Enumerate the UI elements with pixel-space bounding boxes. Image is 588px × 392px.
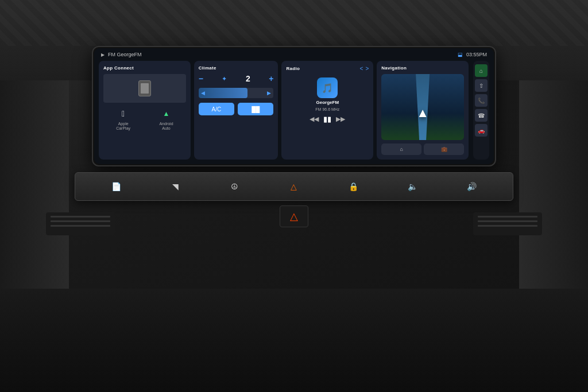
radio-prev-button[interactable]: < bbox=[360, 65, 363, 72]
app-connect-buttons:  AppleCarPlay ▲ AndroidAuto bbox=[103, 107, 186, 130]
apple-carplay-icon:  bbox=[122, 109, 125, 118]
seat-massage-icon: ☮ bbox=[231, 182, 238, 191]
climate-action-buttons: A/C ██ bbox=[199, 103, 274, 115]
climate-widget: Climate − ✦ 2 + ◀ ▶ bbox=[194, 61, 278, 160]
fan-icon: ✦ bbox=[222, 75, 227, 83]
radio-play-pause-button[interactable]: ▮▮ bbox=[323, 115, 331, 123]
left-air-vent bbox=[46, 212, 115, 235]
radio-widget: Radio < > 🎵 GeorgeFM FM 96.6 bbox=[281, 61, 373, 160]
clock-time: 03:55PM bbox=[466, 52, 487, 57]
android-auto-label: AndroidAuto bbox=[159, 122, 173, 130]
vent-slat bbox=[478, 225, 537, 227]
navigation-widget: Navigation ▲ ⌂ 💼 bbox=[377, 61, 469, 160]
airflow-slider[interactable]: ◀ ▶ bbox=[199, 88, 274, 98]
sidebar-call-icon: ☎ bbox=[478, 112, 485, 119]
nav-work-icon: 💼 bbox=[441, 146, 447, 152]
navigation-title: Navigation bbox=[381, 65, 464, 71]
radio-frequency-text: FM 96.6 MHz bbox=[286, 107, 369, 111]
sidebar-phone-button[interactable]: 📞 bbox=[475, 94, 488, 107]
radio-playback-controls: ◀◀ ▮▮ ▶▶ bbox=[286, 115, 369, 123]
nav-home-button[interactable]: ⌂ bbox=[381, 143, 421, 155]
sidebar-home-button[interactable]: ⌂ bbox=[475, 64, 488, 77]
ac-icon: A/C bbox=[212, 106, 222, 112]
hazard-off-icon: △ bbox=[291, 182, 297, 191]
app-connect-widget: App Connect  AppleCarPlay bbox=[99, 61, 191, 160]
apple-icon-container:  bbox=[117, 107, 130, 120]
infotainment-bezel: ▶ FM GeorgeFM ⬓ 03:55PM App Connect bbox=[92, 46, 496, 166]
sidebar-car-button[interactable]: 🚗 bbox=[475, 124, 488, 137]
navigation-map[interactable]: ▲ bbox=[381, 74, 464, 140]
right-air-vent bbox=[473, 212, 542, 235]
fan-mode-button[interactable]: ██ bbox=[238, 103, 273, 115]
android-icon-container: ▲ bbox=[160, 107, 173, 120]
vol-down-icon: 🔈 bbox=[408, 182, 417, 191]
app-connect-title: App Connect bbox=[103, 65, 186, 71]
car-interior: ▶ FM GeorgeFM ⬓ 03:55PM App Connect bbox=[0, 0, 588, 392]
radio-next-button[interactable]: > bbox=[365, 65, 369, 72]
nav-home-icon: ⌂ bbox=[400, 146, 403, 152]
status-left: ▶ FM GeorgeFM bbox=[101, 52, 142, 57]
vent-slat bbox=[478, 216, 537, 218]
seat-heat-button[interactable]: 📄 bbox=[108, 178, 125, 195]
right-sidebar: ⌂ ⇧ 📞 ☎ 🚗 bbox=[473, 61, 489, 160]
sidebar-nav-icon: ⇧ bbox=[479, 83, 483, 89]
radio-title: Radio bbox=[286, 66, 300, 71]
sidebar-phone-icon: 📞 bbox=[478, 98, 485, 104]
vent-slat bbox=[478, 220, 537, 222]
seat-cool-button[interactable]: ◥ bbox=[167, 178, 184, 195]
right-vent-slats bbox=[473, 212, 542, 230]
radio-skip-forward-button[interactable]: ▶▶ bbox=[336, 115, 345, 123]
seat-massage-button[interactable]: ☮ bbox=[226, 178, 243, 195]
airflow-right-arrow: ▶ bbox=[267, 90, 271, 96]
lock-button[interactable]: 🔒 bbox=[345, 178, 362, 195]
vol-up-icon: 🔊 bbox=[467, 182, 477, 191]
main-content: App Connect  AppleCarPlay bbox=[94, 61, 494, 164]
radio-wave-symbol: 🎵 bbox=[322, 83, 333, 94]
sidebar-call-button[interactable]: ☎ bbox=[475, 109, 488, 122]
vent-slat bbox=[51, 220, 110, 222]
apple-carplay-label: AppleCarPlay bbox=[116, 122, 130, 130]
apple-carplay-button[interactable]:  AppleCarPlay bbox=[116, 107, 130, 130]
hazard-triangle-icon: △ bbox=[290, 210, 298, 223]
nav-shortcuts: ⌂ 💼 bbox=[381, 143, 464, 155]
nav-work-button[interactable]: 💼 bbox=[424, 143, 464, 155]
play-indicator: ▶ bbox=[101, 52, 105, 57]
airflow-left-arrow: ◀ bbox=[201, 90, 205, 96]
vent-slat bbox=[51, 225, 110, 227]
phone-screen-icon bbox=[138, 80, 151, 96]
lock-icon: 🔒 bbox=[349, 182, 358, 191]
hazard-button[interactable]: △ bbox=[280, 205, 308, 227]
seat-heat-icon: 📄 bbox=[111, 182, 121, 191]
radio-nav-controls: < > bbox=[360, 65, 369, 72]
left-vent-slats bbox=[46, 212, 115, 230]
status-bar: ▶ FM GeorgeFM ⬓ 03:55PM bbox=[94, 48, 494, 61]
radio-app-icon[interactable]: 🎵 bbox=[317, 77, 338, 98]
vol-up-button[interactable]: 🔊 bbox=[463, 178, 480, 195]
radio-skip-back-button[interactable]: ◀◀ bbox=[310, 115, 319, 123]
temp-plus-button[interactable]: + bbox=[269, 74, 273, 83]
sidebar-home-icon: ⌂ bbox=[479, 68, 483, 74]
android-auto-button[interactable]: ▲ AndroidAuto bbox=[159, 107, 173, 130]
vent-slat bbox=[51, 216, 110, 218]
infotainment-screen: ▶ FM GeorgeFM ⬓ 03:55PM App Connect bbox=[94, 48, 494, 164]
ac-button[interactable]: A/C bbox=[199, 103, 234, 115]
airflow-fill bbox=[199, 88, 247, 98]
sidebar-nav-button[interactable]: ⇧ bbox=[475, 79, 488, 92]
phone-display bbox=[141, 83, 149, 94]
climate-title: Climate bbox=[199, 65, 274, 71]
floor-area bbox=[0, 289, 588, 392]
hazard-off-button[interactable]: △ bbox=[285, 178, 303, 195]
temp-minus-button[interactable]: − bbox=[199, 74, 203, 83]
station-name: GeorgeFM bbox=[316, 100, 339, 105]
phone-preview bbox=[103, 74, 186, 103]
bottom-control-panel: 📄 ◥ ☮ △ 🔒 🔈 🔊 bbox=[75, 172, 513, 201]
status-right: ⬓ 03:55PM bbox=[458, 52, 487, 57]
sidebar-car-icon: 🚗 bbox=[478, 127, 485, 134]
dash-texture bbox=[0, 0, 588, 46]
radio-app-container: 🎵 GeorgeFM bbox=[286, 77, 369, 105]
now-playing-text: FM GeorgeFM bbox=[108, 52, 142, 57]
android-auto-icon: ▲ bbox=[163, 110, 170, 118]
bluetooth-icon: ⬓ bbox=[458, 52, 463, 57]
temp-value: 2 bbox=[246, 74, 250, 83]
vol-down-button[interactable]: 🔈 bbox=[404, 178, 421, 195]
